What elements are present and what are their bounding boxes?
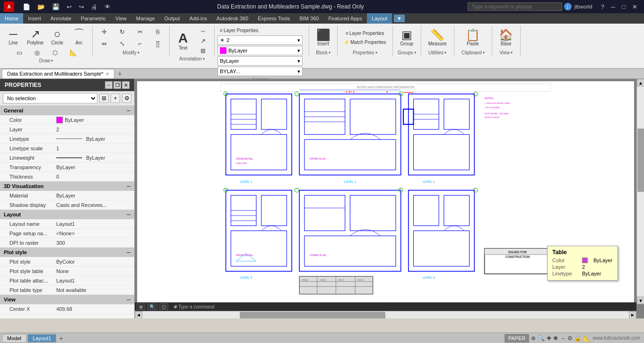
- menu-expresstools[interactable]: Express Tools: [253, 13, 295, 24]
- layout-extra-tab[interactable]: ▼: [394, 15, 405, 22]
- status-icon-4[interactable]: ✱: [553, 335, 558, 342]
- open-btn[interactable]: 📂: [35, 2, 48, 11]
- layer-select-dropdown[interactable]: ☀ 2 ▾: [218, 35, 303, 45]
- props-icon-btn-2[interactable]: +: [111, 94, 120, 103]
- bottom-scrollbar[interactable]: ◄ ►: [135, 311, 636, 318]
- redo-btn[interactable]: ↪: [76, 2, 87, 11]
- menu-manage[interactable]: Manage: [131, 13, 160, 24]
- line-btn[interactable]: ─ Line: [3, 26, 24, 47]
- tab-close-btn[interactable]: ✕: [105, 71, 109, 77]
- nav-fit-btn[interactable]: ⬡: [159, 303, 168, 310]
- view-section-header[interactable]: View ─: [0, 295, 134, 304]
- plot-btn[interactable]: 🖨: [88, 2, 100, 11]
- status-icon-8[interactable]: 📐: [583, 335, 591, 342]
- status-icon-2[interactable]: 🔍: [538, 335, 545, 342]
- draw-extra-3[interactable]: ⬡: [47, 48, 64, 57]
- help-btn[interactable]: ?: [598, 2, 607, 11]
- draw-extra-2[interactable]: ◎: [29, 48, 46, 57]
- scroll-right-btn[interactable]: ►: [629, 311, 636, 319]
- arc-btn[interactable]: ⌒ Arc: [69, 26, 89, 47]
- selection-dropdown[interactable]: No selection: [3, 93, 97, 103]
- props-icon-btn-3[interactable]: ⚙: [122, 94, 131, 103]
- undo-btn[interactable]: ↩: [64, 2, 75, 11]
- plot-style-section-header[interactable]: Plot style ─: [0, 248, 134, 257]
- layer-properties-panel-btn[interactable]: ≡ Layer Properties: [342, 29, 387, 37]
- match-properties-btn[interactable]: ⚡ Match Properties: [340, 38, 390, 46]
- dimension-btn[interactable]: ↔: [194, 26, 211, 35]
- table-btn[interactable]: ⊞: [194, 46, 211, 55]
- menu-autodesk360[interactable]: Autodesk 360: [212, 13, 253, 24]
- array-btn[interactable]: ⣿: [149, 38, 166, 49]
- new-tab-btn[interactable]: +: [115, 69, 125, 78]
- print-preview-btn[interactable]: 👁: [102, 2, 113, 11]
- scroll-track[interactable]: [637, 86, 644, 297]
- props-close-btn[interactable]: ✕: [122, 81, 130, 89]
- status-icon-5[interactable]: →: [560, 335, 566, 342]
- modify-label[interactable]: Modify ▾: [122, 50, 139, 55]
- annotation-label[interactable]: Annotation ▾: [179, 56, 205, 61]
- menu-annotate[interactable]: Annotate: [46, 13, 76, 24]
- props-restore-btn[interactable]: ❐: [113, 81, 121, 89]
- fillet-btn[interactable]: ⌐: [131, 38, 148, 49]
- circle-btn[interactable]: ○ Circle: [47, 26, 68, 47]
- paste-btn[interactable]: 📋 Paste: [462, 27, 483, 48]
- menu-addins[interactable]: Add-ins: [185, 13, 212, 24]
- lineweight-dropdown[interactable]: BYLAY... ▾: [218, 67, 303, 76]
- nav-plus-btn[interactable]: ⊕: [137, 303, 145, 310]
- scale-btn[interactable]: ⤡: [113, 38, 131, 49]
- paper-btn[interactable]: PAPER: [505, 334, 529, 343]
- layer-properties-btn[interactable]: ≡ Layer Properties: [218, 26, 261, 34]
- props-min-btn[interactable]: ─: [105, 81, 113, 89]
- groups-label[interactable]: Groups ▾: [398, 50, 416, 55]
- menu-view[interactable]: View: [111, 13, 131, 24]
- clipboard-label[interactable]: Clipboard ▾: [461, 50, 485, 55]
- color-dropdown[interactable]: ByLayer ▾: [218, 46, 303, 55]
- scroll-up-btn[interactable]: ▲: [637, 79, 644, 86]
- window-close-btn[interactable]: ✕: [629, 2, 640, 11]
- model-tab[interactable]: Model: [2, 334, 26, 343]
- file-tab-active[interactable]: Data Extraction and Multileaders Sample*…: [2, 69, 114, 78]
- status-icon-1[interactable]: ⊕: [531, 335, 536, 342]
- scroll-thumb[interactable]: [637, 129, 644, 192]
- properties-label[interactable]: Properties ▾: [353, 50, 377, 55]
- menu-home[interactable]: Home: [0, 13, 23, 24]
- status-icon-6[interactable]: ⚙: [567, 335, 573, 342]
- menu-layout[interactable]: Layout: [367, 13, 392, 24]
- scroll-down-btn[interactable]: ▼: [637, 297, 644, 304]
- save-btn[interactable]: 💾: [49, 2, 62, 11]
- menu-parametric[interactable]: Parametric: [76, 13, 111, 24]
- props-icon-btn-1[interactable]: ⊞: [99, 94, 109, 103]
- status-icon-7[interactable]: 🔒: [574, 335, 582, 342]
- h-scroll-thumb[interactable]: [240, 312, 386, 318]
- maximize-btn[interactable]: □: [619, 2, 628, 11]
- linetype-dropdown[interactable]: ByLayer ▾: [218, 56, 303, 66]
- h-scroll-track[interactable]: [142, 311, 629, 318]
- menu-featuredapps[interactable]: Featured Apps: [323, 13, 367, 24]
- text-btn[interactable]: A Text: [173, 30, 193, 52]
- polyline-btn[interactable]: ↗ Polyline: [25, 26, 46, 47]
- trim-btn[interactable]: ✂: [131, 26, 148, 37]
- rotate-btn[interactable]: ↻: [113, 26, 131, 37]
- view-label[interactable]: View ▾: [499, 50, 513, 55]
- search-input[interactable]: [468, 2, 562, 11]
- leader-btn[interactable]: ↗: [194, 36, 211, 45]
- move-btn[interactable]: ✛: [96, 26, 113, 37]
- menu-insert[interactable]: Insert: [23, 13, 46, 24]
- 3d-viz-section-header[interactable]: 3D Visualization ─: [0, 181, 134, 191]
- new-btn[interactable]: 📄: [20, 2, 33, 11]
- draw-extra-1[interactable]: ▭: [11, 48, 28, 57]
- layout1-tab[interactable]: Layout1: [27, 334, 56, 343]
- measure-btn[interactable]: 📏 Measure: [426, 27, 449, 48]
- minimize-btn[interactable]: ─: [608, 2, 618, 11]
- insert-btn[interactable]: ⬛ Insert: [313, 27, 334, 48]
- nav-zoom-btn[interactable]: 🔍: [147, 303, 157, 310]
- right-scrollbar[interactable]: ▲ ▼: [636, 79, 644, 304]
- layout-section-header[interactable]: Layout ─: [0, 210, 134, 219]
- drawing-area[interactable]: ▲ ▼ NOTES AND DIMENSION INFORMATION: [135, 79, 644, 318]
- copy-btn[interactable]: ⎘: [149, 26, 166, 37]
- general-section-header[interactable]: General ─: [0, 106, 134, 115]
- draw-label[interactable]: Draw ▾: [39, 58, 53, 63]
- mirror-btn[interactable]: ⇔: [96, 38, 113, 49]
- utilities-label[interactable]: Utilities ▾: [428, 50, 446, 55]
- menu-output[interactable]: Output: [160, 13, 185, 24]
